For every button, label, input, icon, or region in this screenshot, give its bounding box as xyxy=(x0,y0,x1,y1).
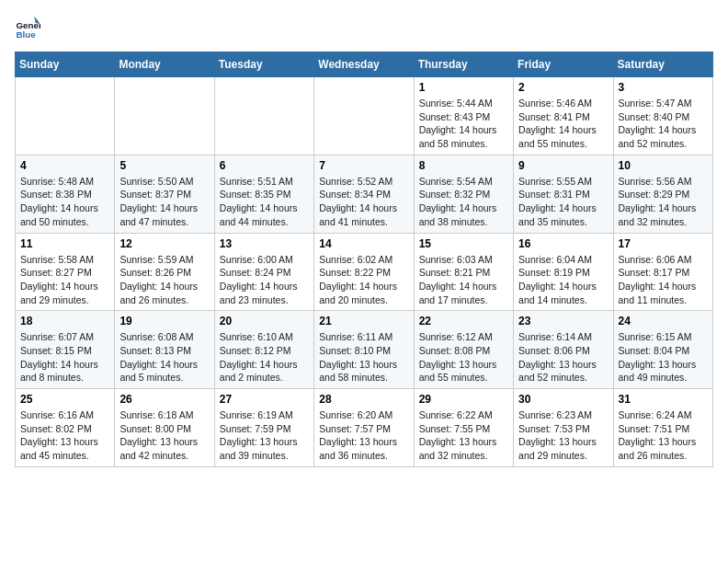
day-number: 9 xyxy=(518,159,608,172)
weekday-header-wednesday: Wednesday xyxy=(314,52,414,77)
day-number: 6 xyxy=(220,159,309,172)
day-info: Sunrise: 5:46 AMSunset: 8:41 PMDaylight:… xyxy=(518,97,608,151)
calendar-cell: 21Sunrise: 6:11 AMSunset: 8:10 PMDayligh… xyxy=(314,311,414,389)
day-number: 30 xyxy=(518,393,608,406)
day-info: Sunrise: 6:14 AMSunset: 8:06 PMDaylight:… xyxy=(518,330,608,385)
calendar-cell: 2Sunrise: 5:46 AMSunset: 8:41 PMDaylight… xyxy=(514,77,613,155)
day-number: 25 xyxy=(20,393,109,406)
day-info: Sunrise: 6:24 AMSunset: 7:51 PMDaylight:… xyxy=(619,408,708,463)
week-row-4: 18Sunrise: 6:07 AMSunset: 8:15 PMDayligh… xyxy=(16,311,713,389)
weekday-header-row: SundayMondayTuesdayWednesdayThursdayFrid… xyxy=(16,52,713,77)
day-info: Sunrise: 5:55 AMSunset: 8:31 PMDaylight:… xyxy=(518,175,608,229)
day-info: Sunrise: 5:48 AMSunset: 8:38 PMDaylight:… xyxy=(20,175,109,229)
day-number: 12 xyxy=(119,237,209,250)
calendar-cell: 18Sunrise: 6:07 AMSunset: 8:15 PMDayligh… xyxy=(16,311,115,389)
day-number: 8 xyxy=(419,159,508,172)
day-number: 7 xyxy=(319,159,408,172)
calendar-cell: 13Sunrise: 6:00 AMSunset: 8:24 PMDayligh… xyxy=(214,233,313,311)
day-number: 16 xyxy=(518,237,608,250)
day-info: Sunrise: 6:22 AMSunset: 7:55 PMDaylight:… xyxy=(419,408,508,463)
day-number: 23 xyxy=(518,315,608,327)
calendar-cell: 4Sunrise: 5:48 AMSunset: 8:38 PMDaylight… xyxy=(16,155,115,233)
day-info: Sunrise: 6:16 AMSunset: 8:02 PMDaylight:… xyxy=(20,408,109,463)
day-info: Sunrise: 6:03 AMSunset: 8:21 PMDaylight:… xyxy=(419,253,508,307)
week-row-1: 1Sunrise: 5:44 AMSunset: 8:43 PMDaylight… xyxy=(16,77,713,155)
calendar-cell: 20Sunrise: 6:10 AMSunset: 8:12 PMDayligh… xyxy=(214,311,313,389)
day-info: Sunrise: 5:47 AMSunset: 8:40 PMDaylight:… xyxy=(619,97,708,151)
day-info: Sunrise: 6:18 AMSunset: 8:00 PMDaylight:… xyxy=(119,408,209,463)
day-number: 20 xyxy=(220,315,309,327)
weekday-header-friday: Friday xyxy=(514,52,613,77)
day-info: Sunrise: 5:44 AMSunset: 8:43 PMDaylight:… xyxy=(419,97,508,151)
calendar-cell: 7Sunrise: 5:52 AMSunset: 8:34 PMDaylight… xyxy=(314,155,414,233)
calendar-cell: 29Sunrise: 6:22 AMSunset: 7:55 PMDayligh… xyxy=(414,389,513,467)
day-info: Sunrise: 5:58 AMSunset: 8:27 PMDaylight:… xyxy=(20,253,109,307)
calendar-cell: 30Sunrise: 6:23 AMSunset: 7:53 PMDayligh… xyxy=(514,389,613,467)
day-info: Sunrise: 6:02 AMSunset: 8:22 PMDaylight:… xyxy=(319,253,408,307)
week-row-2: 4Sunrise: 5:48 AMSunset: 8:38 PMDaylight… xyxy=(16,155,713,233)
calendar-cell: 19Sunrise: 6:08 AMSunset: 8:13 PMDayligh… xyxy=(115,311,214,389)
weekday-header-saturday: Saturday xyxy=(613,52,712,77)
calendar-cell: 26Sunrise: 6:18 AMSunset: 8:00 PMDayligh… xyxy=(115,389,214,467)
calendar-cell: 12Sunrise: 5:59 AMSunset: 8:26 PMDayligh… xyxy=(115,233,214,311)
day-number: 10 xyxy=(619,159,708,172)
day-number: 24 xyxy=(619,315,708,327)
day-info: Sunrise: 6:06 AMSunset: 8:17 PMDaylight:… xyxy=(619,253,708,307)
calendar-cell: 8Sunrise: 5:54 AMSunset: 8:32 PMDaylight… xyxy=(414,155,513,233)
calendar-cell: 10Sunrise: 5:56 AMSunset: 8:29 PMDayligh… xyxy=(613,155,712,233)
day-number: 4 xyxy=(20,159,109,172)
day-number: 18 xyxy=(20,315,109,327)
day-info: Sunrise: 6:07 AMSunset: 8:15 PMDaylight:… xyxy=(20,330,109,385)
logo: General Blue xyxy=(15,15,42,40)
day-number: 15 xyxy=(419,237,508,250)
day-number: 19 xyxy=(119,315,209,327)
calendar-cell: 27Sunrise: 6:19 AMSunset: 7:59 PMDayligh… xyxy=(214,389,313,467)
day-info: Sunrise: 6:00 AMSunset: 8:24 PMDaylight:… xyxy=(220,253,309,307)
day-number: 26 xyxy=(119,393,209,406)
week-row-3: 11Sunrise: 5:58 AMSunset: 8:27 PMDayligh… xyxy=(16,233,713,311)
day-number: 11 xyxy=(20,237,109,250)
calendar-cell: 17Sunrise: 6:06 AMSunset: 8:17 PMDayligh… xyxy=(613,233,712,311)
weekday-header-tuesday: Tuesday xyxy=(214,52,313,77)
day-number: 3 xyxy=(619,81,708,94)
day-number: 21 xyxy=(319,315,408,327)
calendar-cell xyxy=(214,77,313,155)
day-info: Sunrise: 6:08 AMSunset: 8:13 PMDaylight:… xyxy=(119,330,209,385)
calendar-cell: 6Sunrise: 5:51 AMSunset: 8:35 PMDaylight… xyxy=(214,155,313,233)
day-info: Sunrise: 5:56 AMSunset: 8:29 PMDaylight:… xyxy=(619,175,708,229)
day-number: 17 xyxy=(619,237,708,250)
day-number: 5 xyxy=(119,159,209,172)
day-number: 2 xyxy=(518,81,608,94)
calendar-cell: 11Sunrise: 5:58 AMSunset: 8:27 PMDayligh… xyxy=(16,233,115,311)
day-number: 27 xyxy=(220,393,309,406)
day-number: 22 xyxy=(419,315,508,327)
weekday-header-sunday: Sunday xyxy=(16,52,115,77)
calendar-cell: 9Sunrise: 5:55 AMSunset: 8:31 PMDaylight… xyxy=(514,155,613,233)
calendar-cell: 16Sunrise: 6:04 AMSunset: 8:19 PMDayligh… xyxy=(514,233,613,311)
calendar-cell: 24Sunrise: 6:15 AMSunset: 8:04 PMDayligh… xyxy=(613,311,712,389)
calendar-cell: 1Sunrise: 5:44 AMSunset: 8:43 PMDaylight… xyxy=(414,77,513,155)
calendar-cell xyxy=(16,77,115,155)
calendar-cell xyxy=(115,77,214,155)
calendar-cell: 25Sunrise: 6:16 AMSunset: 8:02 PMDayligh… xyxy=(16,389,115,467)
calendar-cell: 23Sunrise: 6:14 AMSunset: 8:06 PMDayligh… xyxy=(514,311,613,389)
day-info: Sunrise: 6:12 AMSunset: 8:08 PMDaylight:… xyxy=(419,330,508,385)
weekday-header-monday: Monday xyxy=(115,52,214,77)
day-info: Sunrise: 6:23 AMSunset: 7:53 PMDaylight:… xyxy=(518,408,608,463)
calendar-cell: 22Sunrise: 6:12 AMSunset: 8:08 PMDayligh… xyxy=(414,311,513,389)
day-number: 1 xyxy=(419,81,508,94)
day-info: Sunrise: 5:54 AMSunset: 8:32 PMDaylight:… xyxy=(419,175,508,229)
page-header: General Blue xyxy=(15,15,713,40)
calendar-table: SundayMondayTuesdayWednesdayThursdayFrid… xyxy=(15,52,713,467)
day-info: Sunrise: 6:15 AMSunset: 8:04 PMDaylight:… xyxy=(619,330,708,385)
calendar-cell xyxy=(314,77,414,155)
calendar-cell: 15Sunrise: 6:03 AMSunset: 8:21 PMDayligh… xyxy=(414,233,513,311)
calendar-cell: 5Sunrise: 5:50 AMSunset: 8:37 PMDaylight… xyxy=(115,155,214,233)
day-info: Sunrise: 6:20 AMSunset: 7:57 PMDaylight:… xyxy=(319,408,408,463)
day-info: Sunrise: 5:59 AMSunset: 8:26 PMDaylight:… xyxy=(119,253,209,307)
day-number: 13 xyxy=(220,237,309,250)
logo-icon: General Blue xyxy=(15,15,40,40)
day-info: Sunrise: 5:51 AMSunset: 8:35 PMDaylight:… xyxy=(220,175,309,229)
day-info: Sunrise: 5:52 AMSunset: 8:34 PMDaylight:… xyxy=(319,175,408,229)
day-info: Sunrise: 6:10 AMSunset: 8:12 PMDaylight:… xyxy=(220,330,309,385)
